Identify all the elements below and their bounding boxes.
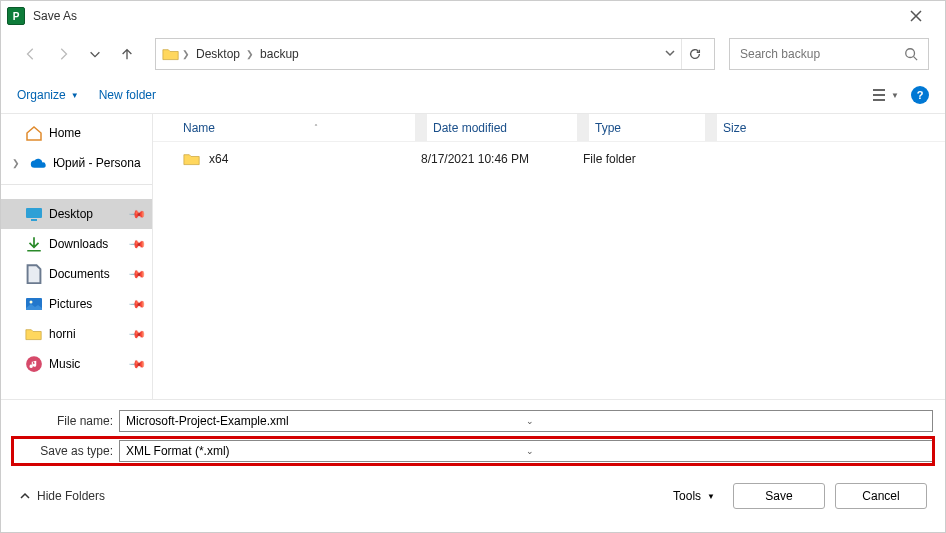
recent-locations-button[interactable] — [81, 40, 109, 68]
home-icon — [25, 125, 43, 141]
breadcrumb-backup[interactable]: backup — [256, 39, 303, 69]
pin-icon: 📌 — [127, 234, 146, 253]
svg-point-0 — [906, 49, 915, 58]
column-header-type[interactable]: Type — [589, 121, 705, 135]
help-button[interactable]: ? — [911, 86, 929, 104]
address-bar[interactable]: ❯ Desktop ❯ backup — [155, 38, 715, 70]
search-input[interactable]: Search backup — [729, 38, 929, 70]
folder-icon — [162, 46, 180, 62]
sort-indicator-icon: ˄ — [223, 123, 409, 132]
sidebar-item-onedrive[interactable]: ❯ Юрий - Persona — [1, 148, 152, 178]
document-icon — [25, 266, 43, 282]
svg-point-4 — [30, 301, 33, 304]
sidebar-item-downloads[interactable]: Downloads 📌 — [1, 229, 152, 259]
chevron-right-icon[interactable]: ❯ — [9, 158, 23, 168]
sidebar-item-home[interactable]: Home — [1, 118, 152, 148]
window-title: Save As — [33, 9, 77, 23]
folder-icon — [25, 326, 43, 342]
sidebar-item-pictures[interactable]: Pictures 📌 — [1, 289, 152, 319]
save-button[interactable]: Save — [733, 483, 825, 509]
address-dropdown[interactable] — [659, 47, 681, 61]
svg-rect-2 — [31, 219, 37, 221]
file-type: File folder — [577, 152, 693, 166]
sidebar-item-horni[interactable]: horni 📌 — [1, 319, 152, 349]
file-name: x64 — [209, 152, 228, 166]
pin-icon: 📌 — [127, 324, 146, 343]
desktop-icon — [25, 206, 43, 222]
pin-icon: 📌 — [127, 354, 146, 373]
filename-label: File name: — [13, 414, 119, 428]
back-button[interactable] — [17, 40, 45, 68]
save-as-type-row: Save as type: XML Format (*.xml) ⌄ — [13, 438, 933, 464]
svg-rect-1 — [26, 208, 42, 218]
hide-folders-button[interactable]: Hide Folders — [19, 489, 105, 503]
savetype-select[interactable]: XML Format (*.xml) ⌄ — [119, 440, 933, 462]
organize-menu[interactable]: Organize ▼ — [17, 88, 79, 102]
filename-input[interactable]: Microsoft-Project-Example.xml ⌄ — [119, 410, 933, 432]
chevron-down-icon: ▼ — [71, 91, 79, 100]
breadcrumb-desktop[interactable]: Desktop — [192, 39, 244, 69]
view-options-button[interactable]: ▼ — [871, 88, 899, 102]
file-date: 8/17/2021 10:46 PM — [415, 152, 565, 166]
folder-icon — [183, 151, 201, 167]
search-placeholder: Search backup — [740, 47, 904, 61]
column-header-name[interactable]: Name˄ — [177, 121, 415, 135]
refresh-button[interactable] — [681, 39, 708, 69]
column-header-date[interactable]: Date modified — [427, 121, 577, 135]
chevron-down-icon[interactable]: ⌄ — [526, 416, 926, 426]
new-folder-button[interactable]: New folder — [99, 88, 156, 102]
sidebar-item-music[interactable]: Music 📌 — [1, 349, 152, 379]
cancel-button[interactable]: Cancel — [835, 483, 927, 509]
app-icon: P — [7, 7, 25, 25]
download-icon — [25, 236, 43, 252]
up-button[interactable] — [113, 40, 141, 68]
sidebar-item-documents[interactable]: Documents 📌 — [1, 259, 152, 289]
cloud-icon — [29, 155, 47, 171]
savetype-label: Save as type: — [13, 444, 119, 458]
chevron-down-icon: ▼ — [707, 492, 715, 501]
column-header-size[interactable]: Size — [717, 121, 807, 135]
file-row[interactable]: x64 8/17/2021 10:46 PM File folder — [153, 142, 945, 176]
search-icon — [904, 47, 918, 61]
navigation-pane: Home ❯ Юрий - Persona Desktop 📌 Download… — [1, 114, 153, 399]
music-icon — [25, 356, 43, 372]
file-list: Name˄ Date modified Type Size x64 8/17/2… — [153, 114, 945, 399]
pictures-icon — [25, 296, 43, 312]
forward-button[interactable] — [49, 40, 77, 68]
close-button[interactable] — [893, 1, 939, 31]
chevron-right-icon[interactable]: ❯ — [180, 49, 192, 59]
pin-icon: 📌 — [127, 204, 146, 223]
chevron-up-icon — [19, 490, 31, 502]
chevron-down-icon[interactable]: ⌄ — [526, 446, 926, 456]
pin-icon: 📌 — [127, 264, 146, 283]
pin-icon: 📌 — [127, 294, 146, 313]
chevron-right-icon[interactable]: ❯ — [244, 49, 256, 59]
chevron-down-icon: ▼ — [891, 91, 899, 100]
tools-menu[interactable]: Tools ▼ — [673, 489, 723, 503]
separator — [1, 184, 152, 185]
sidebar-item-desktop[interactable]: Desktop 📌 — [1, 199, 152, 229]
